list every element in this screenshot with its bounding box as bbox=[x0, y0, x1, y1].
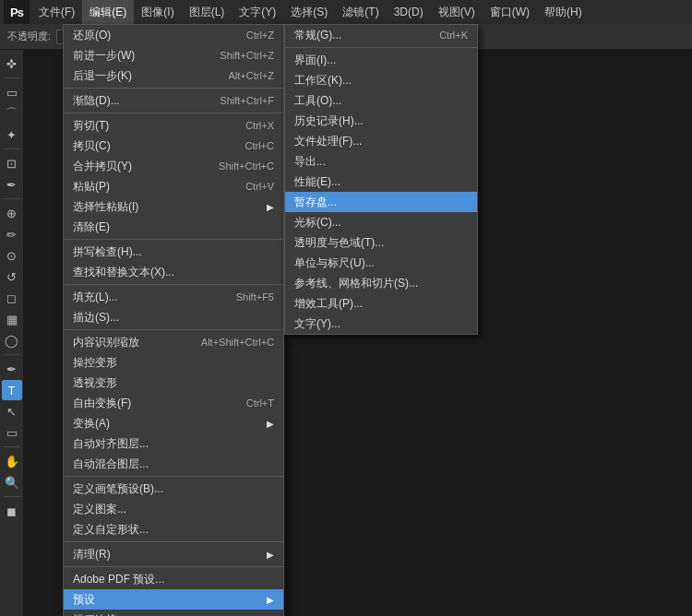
edit-sep-8 bbox=[64, 566, 283, 567]
menu-select[interactable]: 选择(S) bbox=[283, 0, 335, 24]
tool-sep-1 bbox=[4, 77, 20, 78]
prefs-export[interactable]: 导出... bbox=[285, 151, 477, 172]
edit-step-forward[interactable]: 前进一步(W) Shift+Ctrl+Z bbox=[64, 45, 283, 65]
edit-adobe-pdf[interactable]: Adobe PDF 预设... bbox=[64, 569, 283, 589]
edit-copy[interactable]: 拷贝(C) Ctrl+C bbox=[64, 136, 283, 156]
prefs-file-handling[interactable]: 文件处理(F)... bbox=[285, 131, 477, 151]
edit-sep-1 bbox=[64, 88, 283, 89]
edit-sep-4 bbox=[64, 284, 283, 285]
menu-edit[interactable]: 编辑(E) bbox=[82, 0, 134, 24]
edit-step-back[interactable]: 后退一步(K) Alt+Ctrl+Z bbox=[64, 65, 283, 86]
prefs-sep-1 bbox=[285, 47, 477, 48]
menu-filter[interactable]: 滤镜(T) bbox=[335, 0, 386, 24]
tool-zoom[interactable]: 🔍 bbox=[2, 472, 22, 492]
menu-image[interactable]: 图像(I) bbox=[134, 0, 181, 24]
edit-clear[interactable]: 清除(E) bbox=[64, 217, 283, 237]
prefs-cursors[interactable]: 光标(C)... bbox=[285, 212, 477, 232]
opacity-label: 不透明度: bbox=[7, 30, 51, 43]
edit-sep-3 bbox=[64, 239, 283, 240]
tool-brush[interactable]: ✏ bbox=[2, 224, 22, 244]
menu-type[interactable]: 文字(Y) bbox=[232, 0, 283, 24]
edit-fill[interactable]: 填充(L)... Shift+F5 bbox=[64, 287, 283, 307]
tool-pen[interactable]: ✒ bbox=[2, 359, 22, 379]
edit-cut[interactable]: 剪切(T) Ctrl+X bbox=[64, 115, 283, 136]
tool-gradient[interactable]: ▦ bbox=[2, 309, 22, 329]
edit-paste[interactable]: 粘贴(P) Ctrl+V bbox=[64, 176, 283, 196]
edit-remote-conn[interactable]: 远程连接... bbox=[64, 610, 283, 616]
prefs-general[interactable]: 常规(G)... Ctrl+K bbox=[285, 25, 477, 45]
edit-purge[interactable]: 清理(R) ▶ bbox=[64, 544, 283, 564]
prefs-scratch[interactable]: 暂存盘... bbox=[285, 192, 477, 212]
prefs-interface[interactable]: 界面(I)... bbox=[285, 50, 477, 70]
edit-sep-2 bbox=[64, 113, 283, 113]
tool-path-select[interactable]: ↖ bbox=[2, 401, 22, 421]
edit-auto-align[interactable]: 自动对齐图层... bbox=[64, 433, 283, 454]
tool-type[interactable]: T bbox=[2, 380, 22, 400]
tool-magic-wand[interactable]: ✦ bbox=[2, 124, 22, 145]
edit-spellcheck[interactable]: 拼写检查(H)... bbox=[64, 242, 283, 262]
menu-help[interactable]: 帮助(H) bbox=[537, 0, 590, 24]
edit-fade[interactable]: 渐隐(D)... Shift+Ctrl+F bbox=[64, 90, 283, 111]
prefs-transparency[interactable]: 透明度与色域(T)... bbox=[285, 232, 477, 253]
menu-window[interactable]: 窗口(W) bbox=[483, 0, 537, 24]
app-logo: Ps bbox=[4, 0, 30, 24]
prefs-plugins[interactable]: 增效工具(P)... bbox=[285, 293, 477, 314]
edit-findreplace[interactable]: 查找和替换文本(X)... bbox=[64, 262, 283, 282]
edit-presets[interactable]: 预设 ▶ bbox=[64, 589, 283, 610]
tool-select-rect[interactable]: ▭ bbox=[2, 82, 22, 102]
prefs-type[interactable]: 文字(Y)... bbox=[285, 314, 477, 334]
tool-crop[interactable]: ⊡ bbox=[2, 153, 22, 173]
tool-history-brush[interactable]: ↺ bbox=[2, 267, 22, 287]
menu-layer[interactable]: 图层(L) bbox=[182, 0, 233, 24]
tool-sep-2 bbox=[4, 148, 20, 149]
edit-sep-7 bbox=[64, 541, 283, 542]
edit-define-brush[interactable]: 定义画笔预设(B)... bbox=[64, 479, 283, 499]
tool-move[interactable]: ✜ bbox=[2, 53, 22, 74]
edit-menu-dropdown: 还原(O) Ctrl+Z 前进一步(W) Shift+Ctrl+Z 后退一步(K… bbox=[63, 24, 284, 616]
edit-sep-6 bbox=[64, 476, 283, 477]
menu-file[interactable]: 文件(F) bbox=[31, 0, 82, 24]
edit-stroke[interactable]: 描边(S)... bbox=[64, 307, 283, 327]
prefs-workspace[interactable]: 工作区(K)... bbox=[285, 70, 477, 90]
edit-copy-merged[interactable]: 合并拷贝(Y) Shift+Ctrl+C bbox=[64, 156, 283, 176]
edit-sep-5 bbox=[64, 329, 283, 330]
tool-eyedropper[interactable]: ✒ bbox=[2, 174, 22, 195]
prefs-submenu: 常规(G)... Ctrl+K 界面(I)... 工作区(K)... 工具(O)… bbox=[284, 24, 478, 335]
edit-transform[interactable]: 变换(A) ▶ bbox=[64, 413, 283, 433]
menu-view[interactable]: 视图(V) bbox=[431, 0, 483, 24]
tool-shape[interactable]: ▭ bbox=[2, 422, 22, 443]
prefs-guides[interactable]: 参考线、网格和切片(S)... bbox=[285, 273, 477, 293]
tool-sep-6 bbox=[4, 496, 20, 497]
edit-undo[interactable]: 还原(O) Ctrl+Z bbox=[64, 25, 283, 45]
tool-dodge[interactable]: ◯ bbox=[2, 330, 22, 350]
edit-auto-blend[interactable]: 自动混合图层... bbox=[64, 454, 283, 474]
tool-hand[interactable]: ✋ bbox=[2, 451, 22, 471]
edit-paste-special[interactable]: 选择性粘贴(I) ▶ bbox=[64, 196, 283, 217]
prefs-tools[interactable]: 工具(O)... bbox=[285, 90, 477, 111]
prefs-performance[interactable]: 性能(E)... bbox=[285, 172, 477, 192]
toolbar: ✜ ▭ ⌒ ✦ ⊡ ✒ ⊕ ✏ ⊙ ↺ ◻ ▦ ◯ ✒ T ↖ ▭ ✋ 🔍 ◼ bbox=[0, 50, 24, 616]
tool-lasso[interactable]: ⌒ bbox=[2, 103, 22, 124]
tool-eraser[interactable]: ◻ bbox=[2, 288, 22, 308]
tool-sep-3 bbox=[4, 198, 20, 199]
prefs-units[interactable]: 单位与标尺(U)... bbox=[285, 253, 477, 273]
tool-sep-5 bbox=[4, 446, 20, 447]
edit-puppet-warp[interactable]: 操控变形 bbox=[64, 352, 283, 373]
edit-free-transform[interactable]: 自由变换(F) Ctrl+T bbox=[64, 393, 283, 413]
tool-sep-4 bbox=[4, 354, 20, 355]
menu-3d[interactable]: 3D(D) bbox=[387, 0, 431, 24]
tool-stamp[interactable]: ⊙ bbox=[2, 245, 22, 266]
edit-define-shape[interactable]: 定义自定形状... bbox=[64, 519, 283, 539]
edit-define-pattern[interactable]: 定义图案... bbox=[64, 499, 283, 519]
tool-fg-bg[interactable]: ◼ bbox=[2, 501, 22, 521]
edit-perspective-warp[interactable]: 透视变形 bbox=[64, 373, 283, 393]
tool-spot-heal[interactable]: ⊕ bbox=[2, 203, 22, 223]
menu-bar: Ps 文件(F) 编辑(E) 图像(I) 图层(L) 文字(Y) 选择(S) 滤… bbox=[0, 0, 692, 24]
edit-content-scale[interactable]: 内容识别缩放 Alt+Shift+Ctrl+C bbox=[64, 332, 283, 352]
prefs-history[interactable]: 历史记录(H)... bbox=[285, 111, 477, 131]
